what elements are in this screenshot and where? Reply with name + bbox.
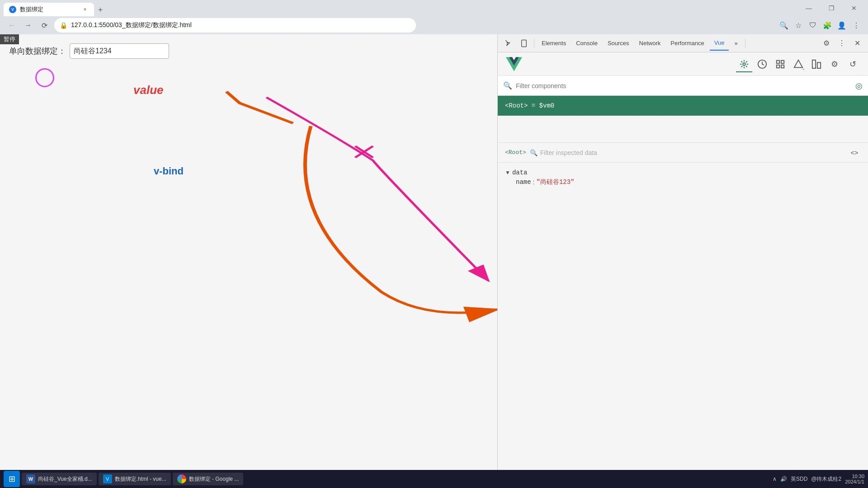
- tray-speaker[interactable]: 🔊: [780, 476, 787, 482]
- tree-key-data: data: [512, 169, 528, 176]
- data-tree: ▼ data name : "尚硅谷123": [498, 163, 868, 192]
- chrome-menu-button[interactable]: ⋮: [850, 19, 863, 32]
- tab-favicon: V: [9, 6, 16, 13]
- taskbar-item-word[interactable]: W 尚硅谷_Vue全家桶.d...: [22, 473, 97, 485]
- filter-search-icon: 🔍: [503, 81, 512, 90]
- system-tray: ∧ 🔊 英SDD @待木成桂2 10:30 2024/1/1: [773, 474, 864, 484]
- separator2: [745, 39, 745, 48]
- new-tab-button[interactable]: +: [94, 4, 107, 16]
- vue-tool-icons: ⚙ ↺: [736, 56, 861, 72]
- inspector-code-button[interactable]: <>: [848, 146, 861, 159]
- performance-tool-button[interactable]: [808, 56, 825, 72]
- devtools-close-button[interactable]: ✕: [850, 36, 864, 51]
- account-button[interactable]: 👤: [835, 19, 848, 32]
- browser-frame: V 数据绑定 × + — ❐ ✕ ← → ⟳ 🔒 127.0.0.1:5500/…: [0, 0, 868, 488]
- time-text: 10:30: [852, 474, 864, 479]
- value-label: value: [133, 83, 164, 97]
- page-label: 单向数据绑定：: [9, 43, 488, 59]
- extension-button[interactable]: 🧩: [821, 19, 834, 32]
- annotations-layer: value v-bind: [0, 34, 497, 470]
- svg-rect-22: [817, 62, 821, 68]
- root-component-bar[interactable]: <Root> = $vm0: [498, 96, 868, 116]
- svg-line-10: [746, 66, 747, 67]
- forward-button[interactable]: →: [22, 19, 34, 32]
- components-tool-button[interactable]: [736, 56, 752, 72]
- main-content: 暂停 单向数据绑定： value v-bind: [0, 34, 868, 470]
- date-text: 2024/1/1: [845, 479, 864, 484]
- chrome-icon: [177, 474, 186, 483]
- tab-sources[interactable]: Sources: [603, 36, 634, 51]
- device-toolbar-button[interactable]: [517, 36, 531, 51]
- address-actions: 🔍 ☆ 🛡 🧩 👤 ⋮: [778, 19, 863, 32]
- active-tab[interactable]: V 数据绑定 ×: [4, 3, 94, 16]
- bookmark-button[interactable]: ☆: [792, 19, 805, 32]
- shield-button[interactable]: 🛡: [807, 19, 819, 32]
- tree-children: name : "尚硅谷123": [516, 177, 861, 187]
- tab-close-button[interactable]: ×: [81, 6, 89, 13]
- label-text: 单向数据绑定：: [9, 46, 66, 56]
- data-inspector: <Root> 🔍 Filter inspected data <>: [498, 143, 868, 470]
- word-label: 尚硅谷_Vue全家桶.d...: [38, 475, 92, 483]
- reload-button[interactable]: ⟳: [38, 19, 51, 32]
- vue-settings-button[interactable]: ⚙: [826, 56, 843, 72]
- tab-more[interactable]: »: [730, 36, 742, 51]
- svg-point-6: [743, 63, 745, 66]
- vue-devtools: ⚙ ↺ 🔍 ◎ <Root> = $vm0: [498, 52, 868, 470]
- inspector-header: <Root> 🔍 Filter inspected data <>: [498, 143, 868, 163]
- inspect-element-button[interactable]: [501, 36, 516, 51]
- tray-user: @待木成桂2: [811, 475, 841, 483]
- devtools-settings-button[interactable]: ⚙: [819, 36, 834, 51]
- zoom-button[interactable]: 🔍: [778, 19, 790, 32]
- tab-network[interactable]: Network: [635, 36, 665, 51]
- svg-line-14: [746, 61, 747, 62]
- svg-rect-21: [812, 60, 816, 68]
- inspect-filter-text: Filter inspected data: [540, 149, 597, 156]
- svg-rect-17: [781, 60, 784, 63]
- vue-toolbar: ⚙ ↺: [498, 52, 868, 76]
- inspect-filter-icon: 🔍: [530, 149, 538, 156]
- vue-refresh-button[interactable]: ↺: [844, 56, 861, 72]
- maximize-button[interactable]: ❐: [821, 0, 842, 16]
- tab-elements[interactable]: Elements: [537, 36, 571, 51]
- arrows-svg: [0, 34, 497, 470]
- address-bar: ← → ⟳ 🔒 127.0.0.1:5500/03_数据绑定/数据绑定.html…: [0, 16, 868, 34]
- devtools-menu-button[interactable]: ⋮: [835, 36, 849, 51]
- taskbar-item-chrome[interactable]: 数据绑定 - Google ...: [173, 473, 244, 485]
- inspect-filter: 🔍 Filter inspected data: [530, 149, 844, 156]
- component-space: [498, 116, 868, 143]
- back-button[interactable]: ←: [5, 19, 18, 32]
- vbind-label: v-bind: [154, 165, 184, 177]
- taskbar: ⊞ W 尚硅谷_Vue全家桶.d... V 数据绑定.html - vue...…: [0, 470, 868, 488]
- vue-logo: [505, 55, 523, 73]
- filter-components-input[interactable]: [516, 82, 852, 89]
- history-tool-button[interactable]: [754, 56, 770, 72]
- tab-console[interactable]: Console: [571, 36, 602, 51]
- tab-performance[interactable]: Performance: [666, 36, 708, 51]
- svg-marker-20: [794, 60, 802, 67]
- tree-node-header[interactable]: ▼ data: [505, 168, 861, 177]
- start-button[interactable]: ⊞: [4, 471, 20, 487]
- url-bar[interactable]: 🔒 127.0.0.1:5500/03_数据绑定/数据绑定.html: [54, 18, 416, 33]
- devtools-toolbar: Elements Console Sources Network Perform…: [498, 34, 868, 52]
- svg-line-0: [355, 146, 373, 157]
- svg-line-13: [741, 66, 743, 67]
- svg-rect-18: [781, 65, 784, 67]
- tree-leaf-name: name : "尚硅谷123": [516, 177, 861, 187]
- tab-vue[interactable]: Vue: [710, 36, 729, 51]
- tree-arrow-icon: ▼: [505, 169, 510, 176]
- data-input[interactable]: [70, 43, 169, 59]
- leaf-value-name: "尚硅谷123": [537, 178, 575, 186]
- router-tool-button[interactable]: [790, 56, 807, 72]
- svg-rect-16: [777, 60, 779, 63]
- inspector-actions: <>: [848, 146, 861, 159]
- tray-expand[interactable]: ∧: [773, 476, 777, 482]
- tree-node-data: ▼ data name : "尚硅谷123": [505, 168, 861, 187]
- vuex-tool-button[interactable]: [772, 56, 788, 72]
- close-button[interactable]: ✕: [844, 0, 864, 16]
- minimize-button[interactable]: —: [798, 0, 819, 16]
- taskbar-item-vscode[interactable]: V 数据绑定.html - vue...: [99, 473, 171, 485]
- tray-lang[interactable]: 英SDD: [791, 475, 807, 483]
- tab-title: 数据绑定: [20, 5, 78, 14]
- devtools-panel: Elements Console Sources Network Perform…: [497, 34, 868, 470]
- lock-icon: 🔒: [60, 22, 67, 29]
